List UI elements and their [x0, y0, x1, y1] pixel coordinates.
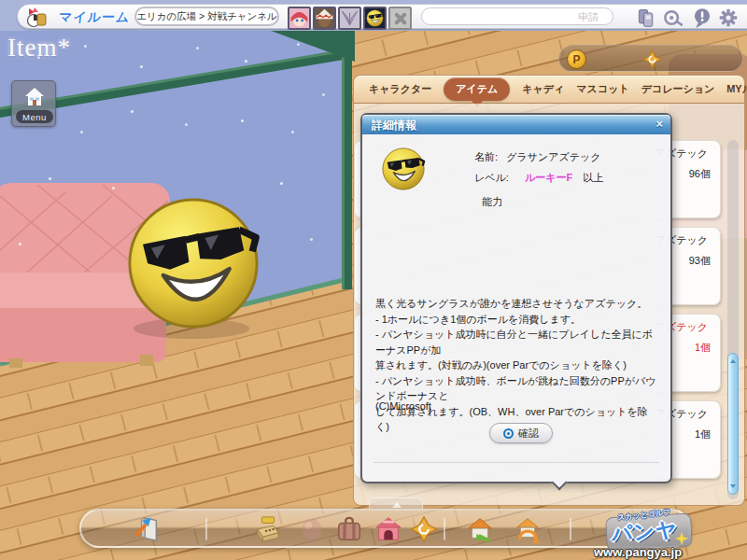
- level-label: レベル:: [474, 172, 509, 183]
- confirm-radio-icon: [503, 428, 514, 439]
- exit-door-icon[interactable]: [133, 515, 161, 543]
- phone-icon[interactable]: [636, 7, 656, 28]
- house-icon: [23, 85, 46, 107]
- suitcase-icon[interactable]: [335, 515, 363, 543]
- go-home-icon[interactable]: [466, 515, 494, 543]
- item-level-row: レベル: ルーキーF 以上: [474, 171, 603, 185]
- detail-dialog: 詳細情報 × 名前: グラサンアズテック レベル: ルーキーF 以上 能力 黒く…: [360, 113, 672, 483]
- character-avatar: [289, 8, 309, 28]
- scrollbar-thumb[interactable]: [727, 353, 739, 495]
- name-value: グラサンアズテック: [506, 151, 600, 162]
- level-suffix: 以上: [583, 172, 603, 183]
- confirm-button-label: 確認: [518, 427, 539, 441]
- cookie-star-icon: [641, 49, 663, 70]
- dialog-title: 詳細情報: [372, 118, 416, 133]
- tab-decoration[interactable]: デコレーション: [641, 82, 715, 96]
- item-name-row: 名前: グラサンアズテック: [474, 150, 600, 164]
- tab-mascot[interactable]: マスコット: [576, 82, 628, 96]
- tab-item[interactable]: アイテム: [444, 77, 510, 101]
- logo-sparkle-icon: [675, 532, 688, 545]
- notice-icon[interactable]: [692, 7, 712, 28]
- pangya-logo: スカッとゴルフ パンヤ www.pangya.jp: [593, 510, 705, 560]
- caddie-avatar: [315, 8, 334, 28]
- pang-coin-icon: P: [567, 49, 586, 69]
- currency-bar: P: [558, 45, 743, 72]
- change-room-icon[interactable]: [514, 515, 542, 543]
- item-panel-tabs: キャラクター アイテム キャディ マスコット デコレーション MYルーム マイボ…: [353, 75, 745, 104]
- slot-empty[interactable]: [388, 7, 412, 30]
- logo-brand: パンヤ: [611, 516, 678, 549]
- toolbar-divider: [570, 518, 571, 540]
- menu-button[interactable]: Menu: [11, 80, 56, 127]
- item-description: 黒く光るサングラスが誰かを連想させそうなアズテック。 - 1ホールにつき1個のボ…: [375, 296, 659, 435]
- slot-character-avatar[interactable]: [288, 7, 311, 30]
- request-button[interactable]: 申請: [578, 10, 599, 24]
- ability-label: 能力: [482, 195, 502, 209]
- slot-ball-avatar[interactable]: [363, 7, 387, 30]
- tab-character[interactable]: キャラクター: [369, 82, 431, 96]
- settings-gear-icon[interactable]: [718, 7, 739, 28]
- toolbar-divider: [444, 518, 445, 540]
- close-icon[interactable]: ×: [655, 117, 663, 131]
- disabled-mascot-icon: [298, 515, 326, 543]
- slot-clubset-avatar[interactable]: [338, 7, 361, 30]
- tab-caddie[interactable]: キャディ: [522, 82, 564, 96]
- menu-button-label: Menu: [16, 110, 53, 123]
- empty-slot-x-icon: [394, 12, 406, 24]
- clubset-wings-avatar: [340, 8, 359, 28]
- item-icon-sunglasses-aztec: [381, 147, 426, 191]
- dialog-divider: [374, 462, 659, 463]
- top-bar: マイルーム エリカの広場 > 対戦チャンネル: [17, 4, 747, 29]
- breadcrumb: エリカの広場 > 対戦チャンネル: [134, 7, 279, 26]
- confirm-button[interactable]: 確認: [489, 423, 553, 443]
- cash-register-icon[interactable]: [254, 515, 282, 543]
- pangya-myroom-screen: マイルーム エリカの広場 > 対戦チャンネル: [0, 0, 747, 560]
- level-value: ルーキーF: [525, 172, 572, 183]
- page-title: Item*: [7, 34, 71, 63]
- horn-icon[interactable]: [662, 7, 683, 28]
- aztec-avatar: [366, 9, 384, 27]
- dialog-header: 詳細情報 ×: [362, 115, 670, 134]
- doghouse-icon[interactable]: [374, 515, 402, 543]
- sunglasses-smiley-character: [121, 191, 264, 334]
- name-label: 名前:: [474, 151, 498, 162]
- site-url: www.pangya.jp: [594, 545, 682, 559]
- slot-caddie-avatar[interactable]: [313, 7, 336, 30]
- pangya-star-icon[interactable]: [410, 515, 438, 543]
- copyright-text: (C)Microsoft: [375, 400, 431, 412]
- myroom-icon: [25, 7, 48, 28]
- room-button[interactable]: マイルーム: [58, 9, 131, 26]
- toolbar-divider: [205, 518, 207, 540]
- tab-myroom[interactable]: MYルーム: [726, 82, 747, 96]
